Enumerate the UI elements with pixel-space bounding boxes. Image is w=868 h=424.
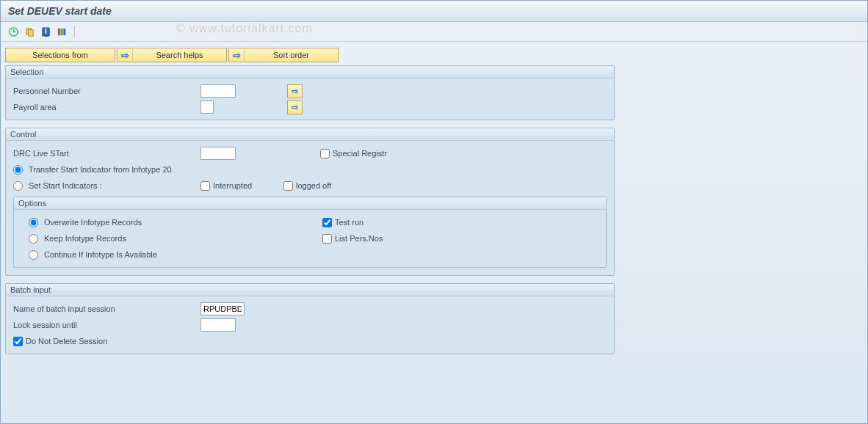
- page-title: Set DEUEV start date: [8, 5, 860, 17]
- sort-order-arrow-button[interactable]: ⇨: [228, 48, 244, 62]
- session-name-label: Name of batch input session: [13, 304, 200, 313]
- special-registr-checkbox[interactable]: Special Registr: [320, 149, 387, 158]
- transfer-start-input[interactable]: [13, 165, 23, 175]
- batch-input-group-title: Batch input: [6, 284, 614, 296]
- payroll-area-label: Payroll area: [13, 103, 200, 112]
- do-not-delete-checkbox[interactable]: Do Not Delete Session: [13, 337, 107, 346]
- overwrite-radio[interactable]: Overwrite Infotype Records: [29, 218, 142, 227]
- logged-off-checkbox[interactable]: logged off: [283, 181, 331, 191]
- logged-off-label: logged off: [296, 181, 331, 190]
- svg-rect-8: [60, 28, 62, 34]
- interrupted-checkbox[interactable]: Interrupted: [200, 181, 283, 191]
- do-not-delete-label: Do Not Delete Session: [26, 337, 107, 346]
- personnel-number-multi-button[interactable]: ⇨: [287, 84, 303, 98]
- test-run-checkbox[interactable]: Test run: [322, 218, 364, 227]
- list-pers-checkbox[interactable]: List Pers.Nos: [322, 234, 383, 244]
- set-start-label: Set Start Indicators :: [29, 181, 102, 190]
- svg-rect-9: [63, 28, 65, 34]
- list-pers-input[interactable]: [322, 234, 332, 244]
- app-toolbar: i: [1, 22, 867, 42]
- get-variant-icon[interactable]: [23, 25, 36, 38]
- arrow-right-icon: ⇨: [292, 103, 298, 112]
- options-group: Options Overwrite Infotype Records: [13, 197, 607, 268]
- special-registr-input[interactable]: [320, 149, 330, 158]
- info-status-icon[interactable]: i: [39, 25, 52, 38]
- keep-label: Keep Infotype Records: [44, 234, 126, 243]
- list-pers-label: List Pers.Nos: [335, 234, 383, 243]
- button-row: Selections from ⇨ Search helps ⇨ Sort or…: [5, 48, 863, 62]
- payroll-area-input[interactable]: [200, 100, 214, 114]
- batch-input-group: Batch input Name of batch input session …: [5, 283, 615, 354]
- search-helps-arrow-button[interactable]: ⇨: [117, 48, 132, 62]
- table-settings-icon[interactable]: [55, 25, 68, 38]
- svg-rect-4: [28, 29, 33, 35]
- payroll-area-multi-button[interactable]: ⇨: [287, 100, 303, 114]
- personnel-number-input[interactable]: [200, 84, 236, 98]
- special-registr-label: Special Registr: [333, 149, 387, 158]
- sort-order-button[interactable]: Sort order: [244, 48, 339, 62]
- svg-rect-7: [57, 28, 59, 34]
- control-group-title: Control: [6, 128, 614, 141]
- continue-if-label: Continue If Infotype Is Available: [44, 250, 157, 259]
- test-run-label: Test run: [335, 218, 364, 227]
- keep-input[interactable]: [29, 234, 38, 244]
- test-run-input[interactable]: [322, 218, 332, 227]
- overwrite-label: Overwrite Infotype Records: [44, 218, 142, 227]
- options-group-title: Options: [14, 197, 606, 210]
- interrupted-label: Interrupted: [213, 181, 252, 190]
- personnel-number-label: Personnel Number: [13, 87, 200, 95]
- transfer-start-label: Transfer Start Indicator from Infotype 2…: [29, 165, 172, 174]
- continue-if-radio[interactable]: Continue If Infotype Is Available: [29, 250, 157, 260]
- title-bar: Set DEUEV start date: [1, 1, 867, 22]
- execute-icon[interactable]: [7, 25, 20, 38]
- set-start-radio[interactable]: Set Start Indicators :: [13, 181, 102, 191]
- svg-text:i: i: [45, 27, 47, 35]
- continue-if-input[interactable]: [29, 250, 38, 260]
- selections-from-label: Selections from: [32, 51, 88, 59]
- lock-until-input[interactable]: [200, 318, 236, 332]
- arrow-right-icon: ⇨: [292, 87, 298, 96]
- logged-off-input[interactable]: [283, 181, 293, 191]
- drc-live-start-label: DRC Live STart: [13, 149, 200, 158]
- interrupted-input[interactable]: [200, 181, 210, 191]
- overwrite-input[interactable]: [29, 218, 38, 227]
- selection-group: Selection Personnel Number ⇨ Payroll are…: [5, 65, 615, 120]
- selections-from-button[interactable]: Selections from: [5, 48, 115, 62]
- drc-live-start-input[interactable]: [200, 147, 236, 160]
- control-group: Control DRC Live STart Special Registr T…: [5, 128, 615, 276]
- do-not-delete-input[interactable]: [13, 337, 23, 346]
- search-helps-button[interactable]: Search helps: [132, 48, 227, 62]
- arrow-right-icon: ⇨: [233, 50, 241, 61]
- selection-group-title: Selection: [6, 66, 614, 78]
- search-helps-label: Search helps: [156, 51, 203, 59]
- session-name-input[interactable]: [200, 302, 245, 315]
- arrow-right-icon: ⇨: [121, 50, 129, 61]
- keep-radio[interactable]: Keep Infotype Records: [29, 234, 126, 244]
- transfer-start-radio[interactable]: Transfer Start Indicator from Infotype 2…: [13, 165, 172, 175]
- sort-order-label: Sort order: [273, 51, 309, 59]
- toolbar-separator: [74, 26, 75, 37]
- lock-until-label: Lock session until: [13, 321, 200, 329]
- set-start-input[interactable]: [13, 181, 23, 191]
